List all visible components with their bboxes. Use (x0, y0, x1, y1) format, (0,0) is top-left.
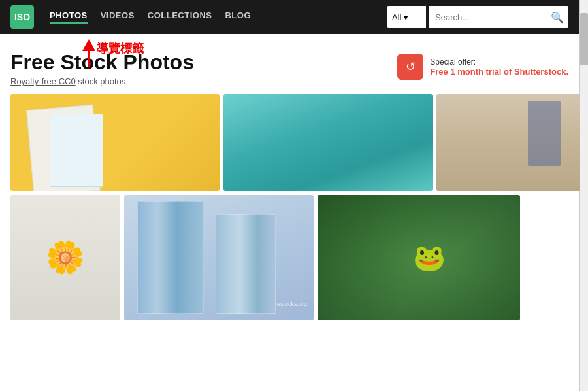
search-input-wrap: 🔍 (429, 6, 568, 28)
nav-collections[interactable]: COLLECTIONS (148, 10, 212, 24)
filter-label: All (392, 12, 401, 22)
offer-link[interactable]: Free 1 month trial of Shutterstock. (430, 67, 568, 76)
photo-teal[interactable] (223, 94, 433, 191)
annotation-label: 導覽標籤 (97, 41, 144, 56)
chevron-down-icon: ▾ (404, 12, 408, 22)
arrow-up-icon (82, 39, 95, 51)
navbar: ISO PHOTOS VIDEOS COLLECTIONS BLOG All ▾… (0, 0, 579, 34)
photo-frog[interactable] (318, 195, 520, 320)
scrollbar-thumb[interactable] (580, 13, 588, 65)
photo-row-2: freestocks.org (10, 195, 568, 320)
shutterstock-icon: ↺ (397, 54, 423, 80)
search-input[interactable] (429, 6, 546, 28)
offer-logo-icon: ↺ (406, 60, 416, 74)
search-button[interactable]: 🔍 (546, 6, 568, 28)
scrollbar[interactable] (579, 0, 588, 391)
search-filter-dropdown[interactable]: All ▾ (387, 6, 426, 28)
photo-row-1 (10, 94, 568, 191)
watermark-text: freestocks.org (270, 301, 307, 307)
search-icon: 🔍 (551, 11, 564, 24)
photo-building[interactable]: freestocks.org (124, 195, 314, 320)
nav-blog[interactable]: BLOG (225, 10, 251, 24)
annotation-arrow (82, 39, 95, 67)
photo-flower[interactable] (10, 195, 120, 320)
subtitle: Royalty-free CC0 stock photos (10, 76, 194, 86)
photo-climbing[interactable] (436, 94, 580, 191)
offer-label: Special offer: (430, 58, 568, 67)
cc0-link[interactable]: Royalty-free CC0 (10, 76, 76, 86)
logo[interactable]: ISO (10, 5, 34, 29)
annotation-container: 導覽標籤 (0, 34, 579, 41)
search-container: All ▾ 🔍 (387, 6, 568, 28)
nav-links: PHOTOS VIDEOS COLLECTIONS BLOG (50, 10, 371, 24)
arrow-line (88, 51, 90, 67)
photo-stationery[interactable] (10, 94, 220, 191)
offer-text-area: Special offer: Free 1 month trial of Shu… (430, 58, 568, 76)
photo-grid: freestocks.org (0, 89, 579, 326)
nav-photos[interactable]: PHOTOS (50, 10, 88, 24)
page-title-area: Free Stock Photos Royalty-free CC0 stock… (10, 51, 194, 86)
nav-videos[interactable]: VIDEOS (101, 10, 135, 24)
special-offer: ↺ Special offer: Free 1 month trial of S… (397, 54, 568, 80)
